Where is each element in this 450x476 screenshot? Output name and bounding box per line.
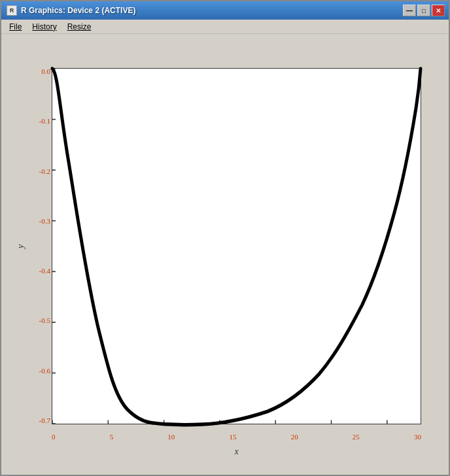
y-axis-label: y bbox=[19, 68, 23, 424]
title-buttons: — □ ✕ bbox=[403, 5, 445, 16]
x-tick-5: 25 bbox=[353, 433, 360, 441]
y-tick-3: -0.3 bbox=[26, 218, 50, 225]
app-icon: R bbox=[7, 5, 17, 16]
menu-file[interactable]: File bbox=[4, 21, 27, 33]
x-axis-label: x bbox=[52, 447, 421, 457]
plot-area: y 0.0 -0.1 -0.2 -0.3 -0.4 -0.5 -0.6 -0.7 bbox=[1, 34, 449, 475]
plot-box bbox=[52, 68, 421, 424]
title-bar-left: R R Graphics: Device 2 (ACTIVE) bbox=[7, 5, 135, 16]
title-bar: R R Graphics: Device 2 (ACTIVE) — □ ✕ bbox=[1, 1, 449, 20]
x-tick-1: 5 bbox=[110, 433, 114, 441]
x-tick-0: 0 bbox=[52, 433, 56, 441]
x-tick-2: 10 bbox=[167, 433, 175, 441]
menu-history[interactable]: History bbox=[27, 21, 61, 33]
window-title: R Graphics: Device 2 (ACTIVE) bbox=[21, 6, 135, 15]
menu-resize[interactable]: Resize bbox=[62, 21, 97, 33]
plot-curve bbox=[52, 69, 421, 424]
x-tick-labels: 0 5 10 15 20 25 30 bbox=[52, 433, 421, 441]
y-tick-labels: 0.0 -0.1 -0.2 -0.3 -0.4 -0.5 -0.6 -0.7 bbox=[26, 68, 50, 424]
x-tick-6: 30 bbox=[414, 433, 421, 441]
plot-container: y 0.0 -0.1 -0.2 -0.3 -0.4 -0.5 -0.6 -0.7 bbox=[16, 42, 434, 460]
y-tick-7: -0.7 bbox=[26, 417, 50, 424]
y-tick-1: -0.1 bbox=[26, 118, 50, 125]
y-tick-4: -0.4 bbox=[26, 267, 50, 275]
y-tick-6: -0.6 bbox=[26, 367, 50, 375]
maximize-button[interactable]: □ bbox=[417, 5, 430, 16]
y-tick-2: -0.2 bbox=[26, 168, 50, 175]
y-tick-5: -0.5 bbox=[26, 317, 50, 324]
x-tick-3: 15 bbox=[229, 433, 236, 441]
close-button[interactable]: ✕ bbox=[432, 5, 445, 16]
x-tick-4: 20 bbox=[291, 433, 298, 441]
menu-bar: File History Resize bbox=[1, 20, 449, 34]
window: R R Graphics: Device 2 (ACTIVE) — □ ✕ Fi… bbox=[0, 0, 450, 476]
y-tick-0: 0.0 bbox=[26, 68, 50, 75]
minimize-button[interactable]: — bbox=[403, 5, 416, 16]
